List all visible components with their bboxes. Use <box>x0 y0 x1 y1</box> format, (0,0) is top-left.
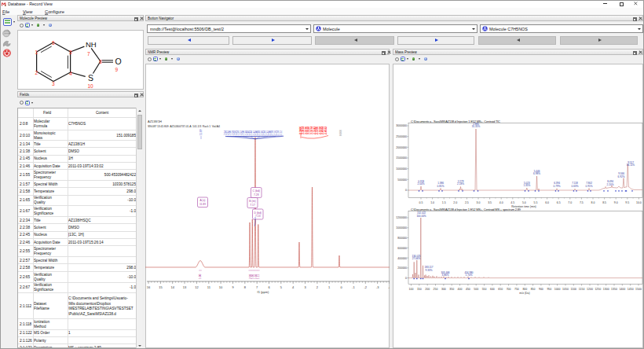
svg-text:4.0: 4.0 <box>499 201 503 204</box>
svg-text:7.0: 7.0 <box>568 201 572 204</box>
svg-text:9.5: 9.5 <box>625 201 629 204</box>
svg-text:11.89: 11.89 <box>199 203 206 206</box>
svg-text:1.35%: 1.35% <box>523 184 530 187</box>
svg-text:1100: 1100 <box>571 288 577 291</box>
svg-text:f1 (ppm): f1 (ppm) <box>258 290 270 294</box>
svg-text:0.81%: 0.81% <box>437 185 445 188</box>
svg-text:600000: 600000 <box>397 247 407 250</box>
svg-text:7: 7 <box>256 285 258 289</box>
svg-text:100.00%: 100.00% <box>416 215 426 218</box>
svg-text:1: 1 <box>35 50 38 55</box>
svg-text:16: 16 <box>147 285 151 289</box>
svg-text:500: 500 <box>474 288 478 291</box>
svg-text:900: 900 <box>539 288 543 291</box>
svg-text:300: 300 <box>441 288 446 291</box>
svg-text:850: 850 <box>531 288 536 291</box>
svg-text:1: 1 <box>328 285 331 289</box>
svg-text:9: 9 <box>232 285 234 289</box>
svg-text:450: 450 <box>466 288 470 291</box>
svg-text:9.33%: 9.33% <box>426 269 433 272</box>
svg-text:2.18%: 2.18% <box>457 182 464 186</box>
svg-text:2.0: 2.0 <box>453 201 457 204</box>
svg-text:0.91%: 0.91% <box>586 185 593 188</box>
svg-text:5: 5 <box>69 50 72 55</box>
svg-text:B (m): B (m) <box>249 200 255 203</box>
svg-text:2.4922: 2.4922 <box>324 127 327 134</box>
svg-text:7.28: 7.28 <box>254 193 259 197</box>
svg-text:m/z (Da): m/z (Da) <box>519 292 529 295</box>
svg-text:200000: 200000 <box>397 266 407 270</box>
svg-text:7.22: 7.22 <box>280 130 283 135</box>
svg-text:AZ138/1H: AZ138/1H <box>148 119 162 123</box>
svg-text:-1: -1 <box>352 285 355 289</box>
svg-text:3: 3 <box>304 285 306 289</box>
svg-text:11: 11 <box>207 285 211 289</box>
svg-text:5.0: 5.0 <box>522 201 526 204</box>
svg-text:350: 350 <box>449 288 454 291</box>
svg-text:6.92%: 6.92% <box>618 175 625 178</box>
svg-text:400: 400 <box>458 288 463 291</box>
svg-text:1500000: 1500000 <box>396 156 407 160</box>
svg-text:3000000: 3000000 <box>396 124 407 127</box>
svg-text:500000: 500000 <box>397 178 407 182</box>
svg-text:0.000: 0.000 <box>339 130 342 136</box>
svg-text:10: 10 <box>219 285 223 289</box>
svg-text:800000: 800000 <box>397 237 407 240</box>
svg-text:-3: -3 <box>376 285 379 289</box>
svg-text:1.74%: 1.74% <box>466 274 473 277</box>
svg-text:400000: 400000 <box>397 257 407 260</box>
svg-text:6: 6 <box>52 40 55 46</box>
svg-text:150: 150 <box>417 288 422 291</box>
svg-text:8.5: 8.5 <box>602 201 606 204</box>
svg-text:100: 100 <box>409 288 414 291</box>
svg-text:11.89: 11.89 <box>199 129 203 135</box>
svg-text:0.79%: 0.79% <box>554 185 561 188</box>
svg-text:6.98%: 6.98% <box>533 172 540 175</box>
svg-text:950: 950 <box>547 288 551 291</box>
svg-text:7.5: 7.5 <box>580 201 584 204</box>
svg-text:SN:087 13:41:809 AZ10300737-0: SN:087 13:41:809 AZ10300737-01-A 101.1/3… <box>148 125 220 128</box>
svg-text:C:\Documents a...Sara\MS\AZ138: C:\Documents a...Sara\MS\AZ138.d Injecti… <box>411 119 500 123</box>
svg-text:O: O <box>115 57 122 66</box>
svg-text:1200000: 1200000 <box>396 216 407 219</box>
svg-text:8: 8 <box>99 59 102 64</box>
svg-text:0: 0 <box>405 277 407 280</box>
svg-text:550: 550 <box>482 288 487 291</box>
svg-text:750: 750 <box>514 288 519 291</box>
svg-text:1.00: 1.00 <box>199 274 202 279</box>
svg-text:1450: 1450 <box>628 288 634 291</box>
svg-text:NH: NH <box>86 40 97 49</box>
svg-text:2: 2 <box>317 285 319 289</box>
svg-text:1.0: 1.0 <box>430 201 434 204</box>
svg-text:0.5: 0.5 <box>419 201 423 204</box>
svg-text:-2: -2 <box>364 285 368 289</box>
svg-text:1.11: 1.11 <box>257 274 260 279</box>
svg-text:1.5: 1.5 <box>442 201 446 204</box>
svg-text:1250: 1250 <box>595 288 601 291</box>
svg-text:C (bd): C (bd) <box>253 189 260 193</box>
svg-text:8.0: 8.0 <box>591 201 595 204</box>
svg-text:7.13: 7.13 <box>255 215 261 218</box>
svg-text:1300: 1300 <box>603 288 609 291</box>
svg-text:200: 200 <box>425 288 430 291</box>
svg-text:3: 3 <box>52 81 55 86</box>
svg-text:A (s): A (s) <box>200 199 206 202</box>
svg-text:27.06%: 27.06% <box>412 257 421 260</box>
svg-text:650: 650 <box>498 288 503 291</box>
svg-text:6: 6 <box>268 285 270 289</box>
svg-text:2500000: 2500000 <box>396 135 407 138</box>
svg-text:250: 250 <box>434 288 438 291</box>
svg-text:D (bd): D (bd) <box>254 211 262 215</box>
svg-text:5.5: 5.5 <box>534 201 538 204</box>
svg-text:1050: 1050 <box>562 288 569 291</box>
svg-text:10: 10 <box>88 83 94 89</box>
svg-text:9.0: 9.0 <box>614 201 618 204</box>
svg-text:7.17: 7.17 <box>250 204 255 207</box>
svg-text:1150: 1150 <box>579 288 585 291</box>
svg-text:10.0: 10.0 <box>636 201 642 204</box>
svg-text:14: 14 <box>170 285 174 289</box>
svg-text:6.5: 6.5 <box>557 201 561 204</box>
svg-text:13: 13 <box>183 285 187 289</box>
svg-text:2: 2 <box>35 70 38 75</box>
svg-text:700: 700 <box>507 288 511 291</box>
